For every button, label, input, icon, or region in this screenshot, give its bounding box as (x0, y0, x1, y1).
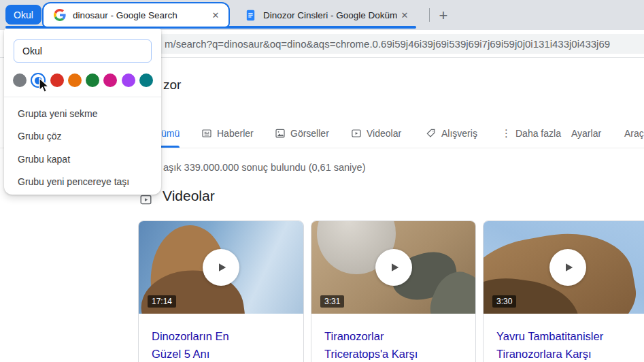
video-title-link[interactable]: Dinozorların En Güzel 5 Anı (139, 314, 303, 362)
tab-dinosaur-search[interactable]: dinosaur - Google Search ✕ (42, 2, 230, 28)
color-dot-orange[interactable] (68, 73, 82, 87)
google-docs-icon (245, 10, 256, 21)
mouse-cursor (37, 78, 52, 94)
nav-label: Görseller (290, 128, 329, 139)
tag-icon (426, 128, 437, 139)
nav-label: ümü (161, 128, 180, 139)
color-dot-grey[interactable] (13, 73, 27, 87)
menu-item-move-group-to-new-window[interactable]: Grubu yeni pencereye taşı (4, 171, 161, 194)
title-line: Triceratops'a Karşı (324, 348, 418, 360)
color-dot-cyan[interactable] (139, 73, 153, 87)
nav-label: Alışveriş (441, 128, 477, 139)
tab-group-chip[interactable]: Okul (5, 5, 41, 24)
tab-videos[interactable]: Videolar (351, 127, 401, 140)
tab-close-icon[interactable]: ✕ (209, 9, 222, 21)
title-line: Güzel 5 Anı (152, 348, 209, 360)
nav-label: Araç (624, 128, 644, 139)
nav-label: Daha fazla (515, 128, 561, 139)
title-line: Yavru Tambatitanisler (496, 330, 603, 342)
tab-title: dinosaur - Google Search (73, 10, 209, 20)
play-icon (213, 259, 229, 276)
video-thumbnail[interactable]: 3:30 (484, 221, 644, 314)
title-line: Tiranozorlar (324, 330, 384, 342)
video-duration: 3:31 (320, 295, 344, 308)
color-dot-green[interactable] (86, 73, 99, 87)
video-card[interactable]: 3:31 Tiranozorlar Triceratops'a Karşı (311, 220, 476, 362)
video-duration: 3:30 (492, 295, 516, 308)
videos-section-title: Videolar (163, 188, 215, 204)
nav-label: Haberler (217, 128, 254, 139)
url-text: m/search?q=dinosaur&oq=dino&aqs=chrome.0… (165, 38, 610, 50)
menu-item-ungroup[interactable]: Grubu çöz (4, 125, 161, 148)
video-card[interactable]: 17:14 Dinozorların En Güzel 5 Anı (138, 220, 304, 362)
tab-separator (429, 8, 430, 22)
tab-shopping[interactable]: Alışveriş (426, 127, 477, 140)
more-dots-icon: ⋮ (501, 127, 511, 139)
menu-item-close-group[interactable]: Grubu kapat (4, 148, 161, 171)
video-title-link[interactable]: Tiranozorlar Triceratops'a Karşı (311, 314, 475, 362)
menu-divider (4, 97, 161, 97)
nav-label: Ayarlar (571, 128, 601, 139)
play-icon (386, 259, 402, 276)
video-thumbnail[interactable]: 17:14 (139, 221, 303, 314)
tab-images[interactable]: Görseller (275, 127, 329, 140)
browser-window: Okul dinosaur - Google Search ✕ Dinozor … (0, 0, 644, 362)
video-title-link[interactable]: Yavru Tambatitanisler Tiranozorlara Karş… (484, 314, 644, 362)
play-button[interactable] (375, 249, 412, 286)
result-stats: aşık 339.000.000 sonuç bulundu (0,61 san… (163, 162, 365, 173)
tab-title: Dinozor Cinsleri - Google Doküm (263, 10, 399, 20)
tab-close-icon[interactable]: ✕ (399, 9, 411, 21)
title-line: Dinozorların En (152, 330, 229, 342)
video-icon (351, 128, 362, 139)
tab-strip: Okul dinosaur - Google Search ✕ Dinozor … (0, 0, 644, 30)
menu-item-list: Grupta yeni sekme Grubu çöz Grubu kapat … (4, 102, 161, 193)
title-line: Tiranozorlara Karşı (496, 348, 592, 360)
settings-link[interactable]: Ayarlar (571, 127, 601, 140)
tab-more[interactable]: ⋮ Daha fazla (501, 127, 561, 140)
play-button[interactable] (549, 249, 586, 286)
tab-group-menu: Grupta yeni sekme Grubu çöz Grubu kapat … (4, 29, 161, 195)
new-tab-button[interactable]: + (434, 6, 453, 25)
video-thumbnail[interactable]: 3:31 (311, 221, 475, 314)
google-favicon-icon (54, 9, 66, 21)
image-icon (275, 128, 286, 139)
videos-section-icon (139, 193, 152, 209)
news-icon (201, 128, 212, 139)
menu-item-new-tab-in-group[interactable]: Grupta yeni sekme (4, 102, 161, 125)
color-dot-pink[interactable] (103, 73, 117, 87)
play-button[interactable] (203, 249, 239, 286)
group-name-input[interactable] (14, 39, 152, 63)
play-icon (560, 259, 576, 276)
video-duration: 17:14 (148, 295, 176, 308)
nav-label: Videolar (367, 128, 401, 139)
tab-dinozor-docs[interactable]: Dinozor Cinsleri - Google Doküm ✕ (235, 4, 416, 26)
color-dot-red[interactable] (50, 73, 64, 87)
color-dot-purple[interactable] (122, 73, 135, 87)
tab-group-label: Okul (14, 10, 33, 20)
group-color-picker (13, 72, 153, 88)
search-query-text: zor (163, 78, 181, 93)
tools-link[interactable]: Araç (624, 127, 644, 140)
address-bar[interactable]: m/search?q=dinosaur&oq=dino&aqs=chrome.0… (154, 34, 644, 54)
tab-news[interactable]: Haberler (201, 127, 254, 140)
tab-all[interactable]: ümü (161, 127, 180, 140)
video-card[interactable]: 3:30 Yavru Tambatitanisler Tiranozorlara… (483, 220, 644, 362)
